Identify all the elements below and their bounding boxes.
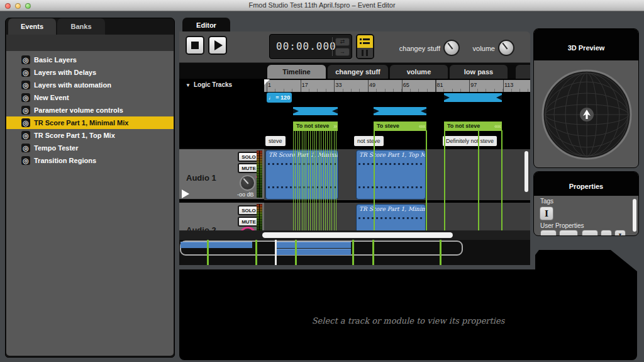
track-view: ▼Logic Tracks Audio 1 SOLO MUTE -oo dB S… (179, 79, 530, 234)
event-label: Layers with Delays (34, 66, 96, 79)
track-name: Audio 1 (186, 173, 216, 183)
destination-marker[interactable]: Definitely not steve (443, 136, 497, 146)
ruler-tick-label: 113 (504, 82, 513, 88)
event-label: TR Score Part 1, Top Mix (34, 129, 115, 142)
event-label: Transition Regions (34, 154, 96, 167)
event-icon: ◎ (21, 106, 30, 115)
list-item[interactable]: ◎Transition Regions (6, 154, 174, 167)
volume-knob[interactable] (498, 40, 514, 56)
list-item[interactable]: ◎TR Score Part 1, Top Mix (6, 129, 174, 142)
audio1-track-header[interactable]: Audio 1 SOLO MUTE -oo dB (179, 148, 264, 200)
deck-properties-panel: Select a track or module to view its pro… (179, 250, 637, 360)
waveform (358, 217, 423, 219)
horizontal-scrollbar[interactable] (262, 232, 453, 238)
list-item[interactable]: ◎New Event (6, 91, 174, 104)
region-boundary-line (478, 130, 479, 234)
collapse-arrow-icon: ▼ (186, 82, 191, 88)
overview-clip (277, 242, 351, 248)
chevron-icon: » (333, 122, 336, 130)
user-property-button[interactable] (582, 230, 598, 236)
transition-region[interactable]: To not steve«« (444, 122, 502, 131)
properties-scrollbar[interactable] (633, 199, 636, 232)
timeline-ruler[interactable]: 1173349658197113 (264, 80, 530, 92)
loop-notch-left-icon (444, 95, 450, 100)
list-item[interactable]: ◎Parameter volume controls (6, 104, 174, 116)
transition-label: To not steve (293, 122, 338, 131)
3d-preview-sphere[interactable] (540, 67, 633, 162)
list-item[interactable]: ◎Layers with Delays (6, 66, 174, 79)
region-boundary-line (501, 130, 502, 234)
list-item[interactable]: ◎TR Score Part 1, Minimal Mix (6, 116, 174, 129)
user-property-button[interactable] (559, 230, 578, 236)
user-properties-label: User Properties (540, 222, 584, 229)
sidebar-tab-events[interactable]: Events (8, 18, 56, 35)
tab-partial[interactable] (516, 65, 530, 79)
list-item[interactable]: ◎Tempo Tester (6, 142, 174, 154)
list-item[interactable]: ◎Layers with automation (6, 79, 174, 91)
tags-label: Tags (540, 198, 553, 205)
overview-region-line (352, 240, 354, 265)
loop-region-bar[interactable] (444, 93, 502, 102)
destination-marker[interactable]: steve (265, 136, 286, 146)
list-icon (360, 38, 370, 44)
transition-region[interactable]: To not steve» (293, 122, 338, 131)
tab-volume[interactable]: volume (390, 65, 448, 79)
stop-button[interactable] (186, 36, 204, 55)
sidebar-tab-banks[interactable]: Banks (57, 18, 105, 35)
clip-label: TR Score Part 1, Top Mix (359, 152, 426, 158)
destination-marker[interactable]: not steve (354, 136, 384, 146)
chevron-icon: «« (494, 122, 501, 130)
chevron-icon: «« (419, 122, 425, 130)
transition-region[interactable]: To steve«« (374, 122, 426, 131)
audio1-volume-knob[interactable] (240, 175, 255, 191)
timeline-overview-strip[interactable] (179, 240, 530, 265)
event-icon: ◎ (21, 144, 30, 152)
loop-region-bar[interactable] (374, 107, 426, 115)
changey-stuff-knob-label: changey stuff (346, 45, 440, 52)
track-header-column: ▼Logic Tracks Audio 1 SOLO MUTE -oo dB S… (179, 79, 264, 234)
waveform (358, 163, 423, 165)
event-icon: ◎ (21, 68, 30, 77)
transition-label: To not steve (444, 122, 502, 131)
ruler-tick-label: 1 (268, 82, 271, 88)
logic-tracks-header[interactable]: ▼Logic Tracks (186, 81, 232, 88)
beat-grid-lines (293, 130, 338, 234)
volume-knob-label: volume (440, 45, 495, 52)
audio2-level-meter (257, 204, 262, 232)
tab-timeline[interactable]: Timeline (267, 65, 326, 79)
vertical-scrollbar[interactable] (525, 151, 528, 192)
audio1-level-meter (257, 150, 262, 198)
ruler-tick-label: 49 (369, 82, 375, 88)
user-property-button[interactable] (540, 230, 557, 236)
properties-panel: Properties Tags I User Properties ▼ (533, 171, 639, 236)
loop-region-bar[interactable] (293, 107, 338, 115)
region-boundary-line (426, 130, 427, 234)
tempo-marker[interactable]: ♩ = 120 (267, 93, 292, 103)
user-property-dropdown[interactable]: ▼ (614, 230, 626, 236)
user-property-button[interactable] (601, 230, 612, 236)
tab-low-pass[interactable]: low pass (450, 65, 508, 79)
tab-editor[interactable]: Editor (182, 18, 230, 31)
waveform (358, 186, 423, 188)
search-row (6, 35, 174, 51)
timecode-display: 00:00.000 ⇄ → (269, 34, 352, 59)
titlebar: Fmod Studio Test 11th April.fspro – Even… (0, 0, 644, 11)
play-button[interactable] (208, 36, 227, 55)
3d-preview-header: 3D Preview (534, 29, 638, 60)
event-icon: ◎ (21, 81, 30, 89)
audio2-track-header[interactable]: SOLO MUTE Audio 2 (179, 201, 264, 234)
track-expand-arrow-icon[interactable] (182, 189, 189, 198)
tab-changey-stuff[interactable]: changey stuff (328, 65, 388, 79)
tags-edit-button[interactable]: I (540, 206, 553, 220)
event-label: Basic Layers (34, 54, 77, 66)
fmod-studio-window: Fmod Studio Test 11th April.fspro – Even… (0, 0, 644, 362)
overview-playhead[interactable] (275, 240, 277, 265)
event-label: New Event (34, 91, 69, 104)
audio-clip[interactable]: TR Score Part 1, Top Mix (356, 150, 426, 200)
audio-clip[interactable]: TR Score Part 1, Minimal Mix (356, 204, 426, 234)
event-label: Layers with automation (34, 79, 111, 91)
ruler-tick-label: 81 (437, 82, 443, 88)
overview-region-line (372, 240, 374, 265)
loop-notch-right-icon (332, 109, 338, 114)
list-item[interactable]: ◎Basic Layers (6, 54, 174, 66)
